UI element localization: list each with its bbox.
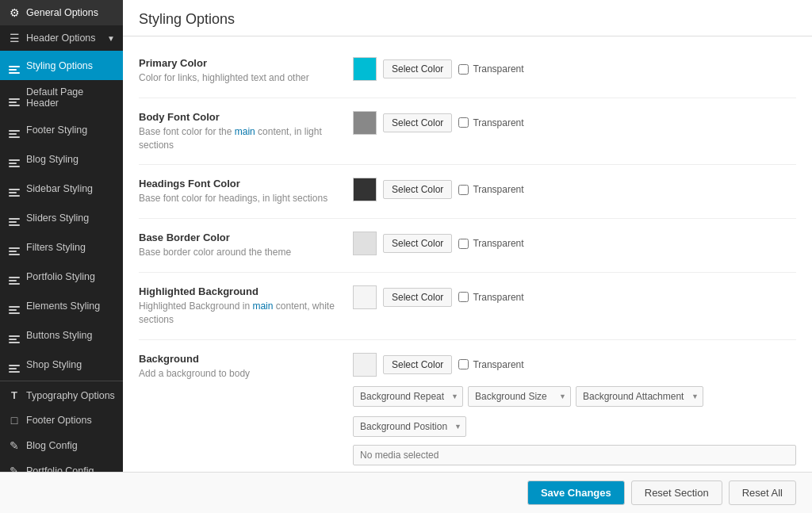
- color-swatch[interactable]: [353, 57, 377, 81]
- sidebar-item-default-page-header[interactable]: Default Page Header: [0, 80, 123, 115]
- sidebar-item-label: Blog Config: [26, 440, 78, 451]
- sidebar-item-blog-config[interactable]: ✎ Blog Config: [0, 433, 123, 458]
- reset-all-button[interactable]: Reset All: [729, 480, 796, 505]
- background-controls: Background Repeat no-repeat repeat repea…: [353, 386, 796, 407]
- sidebar-item-label: Blog Styling: [26, 154, 79, 165]
- transparent-checkbox[interactable]: [458, 185, 469, 195]
- background-repeat-select[interactable]: Background Repeat no-repeat repeat repea…: [353, 386, 463, 407]
- page-title: Styling Options: [139, 11, 796, 28]
- select-color-button[interactable]: Select Color: [383, 234, 452, 253]
- sidebar-item-label: Default Page Header: [26, 86, 115, 109]
- option-label: Background Add a background to body: [139, 353, 337, 472]
- sidebar-item-filters-styling[interactable]: Filters Styling: [0, 232, 123, 262]
- sidebar-item-styling-options[interactable]: Styling Options: [0, 51, 123, 80]
- sidebar: ⚙ General Options ☰ Header Options ▼ Sty…: [0, 0, 123, 472]
- background-attachment-select[interactable]: Background Attachment scroll fixed local: [576, 386, 703, 407]
- background-position-select[interactable]: Background Position left top left center…: [353, 416, 466, 437]
- option-title: Primary Color: [139, 57, 337, 69]
- bars-icon: [8, 90, 21, 106]
- option-controls: Select Color Transparent: [353, 285, 796, 327]
- sidebar-item-footer-options[interactable]: □ Footer Options: [0, 408, 123, 433]
- transparent-checkbox[interactable]: [458, 359, 469, 369]
- sidebar-item-general-options[interactable]: ⚙ General Options: [0, 0, 123, 25]
- color-swatch[interactable]: [353, 285, 377, 309]
- select-color-button[interactable]: Select Color: [383, 59, 452, 78]
- option-label: Body Font Color Base font color for the …: [139, 111, 337, 152]
- sidebar-item-label: Footer Options: [26, 415, 92, 426]
- sidebar-item-portfolio-config[interactable]: ✎ Portfolio Config: [0, 458, 123, 472]
- color-row: Select Color Transparent: [353, 353, 796, 377]
- sidebar-item-shop-styling[interactable]: Shop Styling: [0, 350, 123, 379]
- option-row-base-border-color: Base Border Color Base border color arou…: [139, 219, 796, 273]
- sidebar-item-typography-options[interactable]: T Typography Options: [0, 383, 123, 408]
- option-controls: Select Color Transparent Background Repe…: [353, 353, 796, 472]
- select-color-button[interactable]: Select Color: [383, 355, 452, 374]
- color-swatch[interactable]: [353, 178, 377, 201]
- option-title: Background: [139, 353, 337, 365]
- sidebar-item-footer-styling[interactable]: Footer Styling: [0, 115, 123, 144]
- color-row: Select Color Transparent: [353, 57, 796, 81]
- content-area: Primary Color Color for links, highlight…: [123, 36, 812, 472]
- transparent-checkbox[interactable]: [458, 292, 469, 302]
- transparent-wrap: Transparent: [458, 238, 523, 249]
- background-size-select[interactable]: Background Size auto cover contain: [468, 386, 571, 407]
- select-color-button[interactable]: Select Color: [383, 288, 452, 307]
- sidebar-item-label: Sliders Styling: [26, 212, 89, 224]
- option-desc: Base font color for the main content, in…: [139, 125, 337, 152]
- select-color-button[interactable]: Select Color: [383, 180, 452, 199]
- option-controls: Select Color Transparent: [353, 178, 796, 205]
- sidebar-item-label: Filters Styling: [26, 242, 86, 253]
- sidebar-item-label: Elements Styling: [26, 301, 100, 312]
- option-title: Headings Font Color: [139, 178, 337, 190]
- sidebar-item-buttons-styling[interactable]: Buttons Styling: [0, 320, 123, 350]
- option-desc: Base border color around the theme: [139, 246, 337, 259]
- color-swatch[interactable]: [353, 111, 377, 135]
- reset-section-button[interactable]: Reset Section: [631, 480, 722, 505]
- bars-icon: [8, 151, 21, 167]
- option-title: Highlighted Background: [139, 285, 337, 297]
- config-icon: ✎: [8, 439, 21, 452]
- option-desc: Color for links, highlighted text and ot…: [139, 71, 337, 85]
- transparent-checkbox[interactable]: [458, 64, 469, 75]
- color-swatch[interactable]: [353, 232, 377, 255]
- option-desc: Highlighted Background in main content, …: [139, 300, 337, 327]
- sidebar-item-sliders-styling[interactable]: Sliders Styling: [0, 203, 123, 232]
- sidebar-item-label: Sidebar Styling: [26, 183, 93, 194]
- option-row-highlighted-background: Highlighted Background Highlighted Backg…: [139, 273, 796, 340]
- sidebar-item-sidebar-styling[interactable]: Sidebar Styling: [0, 174, 123, 203]
- portfolio-icon: ✎: [8, 465, 21, 472]
- bars-icon: [8, 209, 21, 226]
- color-row: Select Color Transparent: [353, 111, 796, 135]
- option-controls: Select Color Transparent: [353, 57, 796, 85]
- sidebar-item-portfolio-styling[interactable]: Portfolio Styling: [0, 262, 123, 291]
- transparent-checkbox[interactable]: [458, 117, 469, 128]
- sidebar-item-blog-styling[interactable]: Blog Styling: [0, 144, 123, 174]
- main-content: Styling Options Primary Color Color for …: [123, 0, 812, 472]
- media-input[interactable]: [353, 445, 796, 465]
- save-changes-button[interactable]: Save Changes: [527, 480, 625, 505]
- transparent-wrap: Transparent: [458, 117, 523, 128]
- sidebar-item-header-options[interactable]: ☰ Header Options ▼: [0, 25, 123, 51]
- page-icon: □: [8, 414, 21, 427]
- background-position-wrap: Background Position left top left center…: [353, 416, 466, 437]
- bars-icon: [8, 121, 21, 138]
- option-label: Base Border Color Base border color arou…: [139, 232, 337, 259]
- sidebar-item-label: Footer Styling: [26, 124, 87, 136]
- color-row: Select Color Transparent: [353, 178, 796, 201]
- sidebar-item-label: Styling Options: [26, 60, 93, 71]
- sidebar-item-label: Typography Options: [26, 390, 115, 401]
- option-desc: Base font color for headings, in light s…: [139, 192, 337, 205]
- option-controls: Select Color Transparent: [353, 111, 796, 152]
- transparent-checkbox[interactable]: [458, 239, 469, 249]
- transparent-wrap: Transparent: [458, 63, 523, 75]
- background-attachment-wrap: Background Attachment scroll fixed local: [576, 386, 703, 407]
- bars-icon: [8, 356, 21, 373]
- select-color-button[interactable]: Select Color: [383, 113, 452, 132]
- bars-icon: [8, 297, 21, 314]
- background-repeat-wrap: Background Repeat no-repeat repeat repea…: [353, 386, 463, 407]
- color-swatch[interactable]: [353, 353, 377, 377]
- sidebar-item-label: General Options: [26, 7, 98, 18]
- sidebar-item-elements-styling[interactable]: Elements Styling: [0, 291, 123, 320]
- menu-icon: ☰: [8, 32, 21, 44]
- background-position-controls: Background Position left top left center…: [353, 416, 796, 437]
